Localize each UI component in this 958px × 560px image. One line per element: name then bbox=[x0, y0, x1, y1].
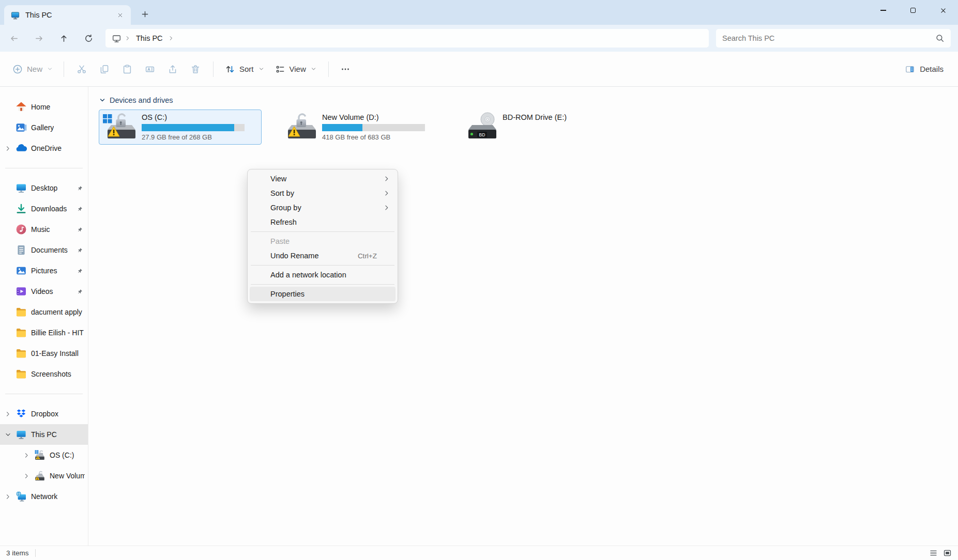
details-label: Details bbox=[920, 65, 944, 73]
plus-circle-icon bbox=[12, 64, 23, 74]
sidebar-item-label: Screenshots bbox=[31, 370, 71, 378]
sidebar-item-label: Music bbox=[31, 225, 50, 234]
share-button[interactable] bbox=[161, 59, 184, 80]
group-header[interactable]: Devices and drives bbox=[99, 96, 958, 104]
sort-button[interactable]: Sort bbox=[220, 61, 270, 77]
sidebar-item-label: 01-Easy Install bbox=[31, 349, 79, 357]
drive-tile[interactable]: OS (C:) 27.9 GB free of 268 GB bbox=[99, 110, 262, 145]
drive-tile[interactable]: BD BD-ROM Drive (E:) bbox=[460, 110, 622, 145]
close-icon bbox=[117, 12, 124, 19]
details-pane-button[interactable]: Details bbox=[901, 61, 948, 77]
refresh-button[interactable] bbox=[80, 29, 97, 47]
forward-button[interactable] bbox=[30, 29, 48, 47]
delete-button[interactable] bbox=[184, 59, 207, 80]
sidebar-item[interactable]: Network bbox=[0, 486, 88, 507]
separator bbox=[5, 394, 83, 394]
breadcrumb-this-pc[interactable]: This PC bbox=[136, 34, 163, 42]
drive-tile[interactable]: New Volume (D:) 418 GB free of 683 GB bbox=[279, 110, 442, 145]
up-icon bbox=[59, 34, 69, 43]
context-menu-item[interactable]: Sort by bbox=[250, 186, 396, 200]
context-menu-item[interactable]: Paste bbox=[250, 234, 396, 248]
separator bbox=[251, 284, 394, 285]
pin-icon bbox=[77, 267, 85, 275]
new-tab-button[interactable] bbox=[137, 6, 153, 22]
back-icon bbox=[9, 34, 19, 43]
drive-name: OS (C:) bbox=[142, 113, 258, 121]
separator bbox=[251, 231, 394, 232]
expand-chevron[interactable] bbox=[0, 411, 16, 417]
command-bar: New Sort View Details bbox=[0, 52, 958, 87]
view-label: View bbox=[290, 65, 306, 73]
search-box[interactable] bbox=[716, 29, 951, 48]
sidebar-item[interactable]: Gallery bbox=[0, 117, 88, 138]
menu-item-shortcut: Ctrl+Z bbox=[358, 252, 389, 260]
cut-button[interactable] bbox=[70, 59, 93, 80]
context-menu-item[interactable]: Undo Rename Ctrl+Z bbox=[250, 248, 396, 263]
tab-this-pc[interactable]: This PC bbox=[4, 5, 131, 25]
sidebar-item[interactable]: Documents bbox=[0, 240, 88, 260]
paste-button[interactable] bbox=[116, 59, 139, 80]
back-button[interactable] bbox=[5, 29, 23, 47]
context-menu-item[interactable]: Refresh bbox=[250, 215, 396, 229]
context-menu-item[interactable]: View bbox=[250, 172, 396, 186]
expand-chevron[interactable] bbox=[0, 493, 16, 500]
thumbnail-view-icon[interactable] bbox=[943, 549, 952, 557]
expand-chevron[interactable] bbox=[19, 473, 34, 479]
submenu-chevron-icon bbox=[383, 175, 390, 182]
new-button[interactable]: New bbox=[8, 61, 57, 77]
view-button[interactable]: View bbox=[270, 61, 322, 77]
context-menu-item[interactable]: Properties bbox=[250, 287, 396, 301]
sidebar-item[interactable]: Dropbox bbox=[0, 403, 88, 424]
up-button[interactable] bbox=[55, 29, 72, 47]
sidebar-item-label: Network bbox=[31, 492, 57, 501]
maximize-button[interactable] bbox=[898, 0, 928, 21]
sidebar-item[interactable]: OS (C:) bbox=[0, 445, 88, 465]
copy-button[interactable] bbox=[93, 59, 116, 80]
rename-button[interactable] bbox=[139, 59, 161, 80]
context-menu-item[interactable]: Add a network location bbox=[250, 268, 396, 282]
sidebar-item[interactable]: Desktop bbox=[0, 178, 88, 198]
tab-close-button[interactable] bbox=[113, 8, 127, 22]
expand-chevron[interactable] bbox=[0, 431, 16, 438]
delete-icon bbox=[190, 64, 201, 74]
bd-badge: BD bbox=[479, 132, 485, 137]
capacity-bar bbox=[142, 124, 245, 131]
sidebar-item[interactable]: Music bbox=[0, 219, 88, 240]
more-options-button[interactable] bbox=[335, 59, 356, 80]
address-bar[interactable]: This PC bbox=[105, 29, 709, 48]
sidebar-item[interactable]: New Volume (D:) bbox=[0, 465, 88, 486]
details-pane-icon bbox=[905, 64, 915, 74]
chevron-down-icon bbox=[258, 66, 265, 72]
minimize-button[interactable] bbox=[868, 0, 898, 21]
sidebar-item[interactable]: This PC bbox=[0, 424, 88, 445]
item-icon bbox=[16, 429, 27, 440]
copy-icon bbox=[99, 64, 110, 74]
menu-item-label: Properties bbox=[270, 290, 305, 298]
chevron-down-icon bbox=[310, 66, 317, 72]
sidebar-item[interactable]: 01-Easy Install bbox=[0, 343, 88, 364]
sidebar-item[interactable]: Screenshots bbox=[0, 364, 88, 384]
sidebar-item[interactable]: Billie Eilish - HIT bbox=[0, 322, 88, 343]
expand-chevron[interactable] bbox=[0, 145, 16, 152]
status-bar: 3 items bbox=[0, 546, 958, 560]
drive-info: OS (C:) 27.9 GB free of 268 GB bbox=[142, 112, 258, 141]
sidebar-item[interactable]: OneDrive bbox=[0, 138, 88, 159]
sidebar-item-label: Downloads bbox=[31, 205, 67, 213]
details-view-icon[interactable] bbox=[929, 549, 938, 557]
chevron-right-icon bbox=[5, 493, 11, 500]
sidebar-item[interactable]: Downloads bbox=[0, 198, 88, 219]
sidebar-item[interactable]: Videos bbox=[0, 281, 88, 302]
item-icon bbox=[34, 470, 45, 481]
expand-chevron[interactable] bbox=[19, 452, 34, 459]
chevron-right-icon bbox=[125, 35, 131, 41]
sidebar-item[interactable]: Home bbox=[0, 97, 88, 117]
chevron-right-icon[interactable] bbox=[168, 35, 174, 41]
sidebar-item[interactable]: Pictures bbox=[0, 260, 88, 281]
chevron-down-icon bbox=[5, 431, 11, 438]
close-window-button[interactable] bbox=[928, 0, 958, 21]
sidebar-item[interactable]: dacument apply bbox=[0, 302, 88, 322]
search-input[interactable] bbox=[722, 34, 935, 42]
context-menu-item[interactable]: Group by bbox=[250, 200, 396, 215]
search-icon[interactable] bbox=[935, 34, 945, 43]
collapse-chevron-icon[interactable] bbox=[99, 97, 106, 104]
